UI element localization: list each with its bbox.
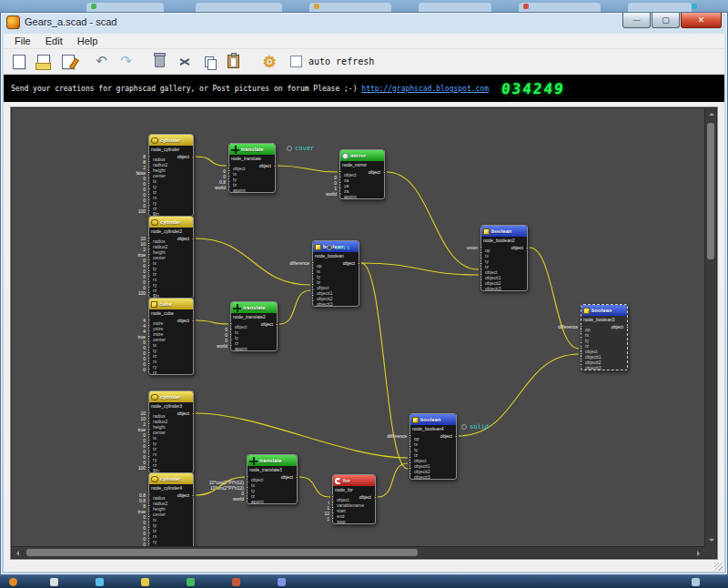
node-translate3[interactable]: translatenode_translate3objectobjecttx10… [247, 454, 298, 504]
input-port[interactable] [147, 193, 150, 196]
input-port[interactable] [409, 434, 411, 437]
input-port[interactable] [409, 440, 411, 442]
node-header[interactable]: cylinder [149, 217, 193, 228]
input-port[interactable] [580, 352, 582, 355]
input-port[interactable] [246, 481, 248, 483]
output-port[interactable]: object [177, 236, 189, 241]
node-mirror1[interactable]: mirrornode_mirrorobjectobjectxa0ya0za1ap… [339, 149, 385, 199]
input-port[interactable] [311, 261, 314, 264]
auto-refresh-checkbox[interactable] [290, 56, 302, 67]
input-port[interactable] [246, 497, 248, 500]
input-port[interactable] [228, 180, 230, 183]
node-cylinder1[interactable]: cylindernode_cylinderobjectradius8radius… [148, 134, 194, 217]
input-port[interactable] [147, 155, 150, 157]
input-port[interactable] [409, 472, 411, 475]
input-port[interactable] [339, 192, 341, 195]
node-for1[interactable]: fornode_forobjectobjectvariablenametstar… [332, 474, 376, 524]
input-port[interactable] [147, 188, 150, 190]
output-port[interactable]: object [359, 494, 371, 500]
scroll-right-arrow[interactable] [693, 547, 704, 559]
input-port[interactable] [339, 187, 341, 189]
node-header[interactable]: boolean [410, 414, 456, 425]
output-port[interactable]: object [511, 245, 523, 250]
input-port[interactable] [409, 451, 411, 453]
port-value[interactable]: 0 [143, 367, 146, 372]
paste-button[interactable] [222, 51, 245, 73]
input-port[interactable] [147, 171, 150, 174]
vertical-scrollbar[interactable] [704, 108, 716, 546]
input-port[interactable] [480, 257, 482, 259]
node-boolean3[interactable]: booleannode_boolean3objectopdifferencetx… [581, 304, 628, 370]
port-value[interactable]: 0 [143, 542, 146, 546]
input-port[interactable] [311, 283, 314, 286]
port-value[interactable]: 10*sin(2*PI*t/12) [210, 485, 244, 491]
save-file-button[interactable] [56, 51, 79, 73]
input-port[interactable] [147, 198, 150, 201]
input-port[interactable] [147, 204, 150, 207]
node-header[interactable]: mirror [340, 150, 384, 161]
input-port[interactable] [228, 186, 230, 188]
input-port[interactable] [580, 341, 582, 344]
node-header[interactable]: boolean [581, 305, 627, 316]
input-port[interactable] [229, 333, 232, 336]
input-port[interactable] [147, 433, 150, 436]
graph-label[interactable]: solid [461, 423, 489, 431]
port-value[interactable]: 100 [138, 290, 146, 296]
input-port[interactable] [147, 166, 150, 168]
input-port[interactable] [147, 269, 150, 272]
input-port[interactable] [147, 346, 150, 349]
input-port[interactable] [147, 450, 150, 452]
output-port[interactable]: object [343, 260, 355, 266]
node-header[interactable]: translate [229, 144, 275, 155]
input-port[interactable] [339, 181, 341, 184]
input-port[interactable] [580, 325, 582, 328]
graph-label[interactable]: axis [327, 244, 350, 251]
menu-file[interactable]: File [7, 35, 38, 47]
input-port[interactable] [480, 246, 482, 248]
open-file-button[interactable] [32, 51, 55, 73]
node-header[interactable]: translate [248, 455, 297, 466]
output-port[interactable]: object [261, 321, 273, 327]
node-header[interactable]: cube [149, 299, 193, 309]
input-port[interactable] [229, 322, 232, 325]
input-port[interactable] [480, 279, 482, 281]
input-port[interactable] [147, 444, 150, 447]
input-port[interactable] [147, 324, 150, 327]
port-value[interactable]: world [215, 185, 226, 190]
input-port[interactable] [480, 284, 482, 287]
node-boolean4[interactable]: booleannode_boolean4objectopdifferencetx… [410, 413, 457, 480]
input-port[interactable] [480, 273, 482, 276]
input-port[interactable] [409, 467, 411, 470]
delete-button[interactable] [148, 51, 171, 73]
scroll-down-arrow[interactable] [705, 534, 717, 546]
port-value[interactable]: 100 [138, 465, 146, 471]
input-port[interactable] [580, 336, 582, 339]
node-header[interactable]: for [333, 475, 375, 486]
input-port[interactable] [228, 164, 230, 167]
input-port[interactable] [147, 532, 150, 534]
output-port[interactable]: object [440, 433, 452, 439]
redo-button[interactable]: ↷ [115, 51, 137, 73]
input-port[interactable] [339, 170, 341, 173]
input-port[interactable] [311, 267, 314, 269]
input-port[interactable] [147, 362, 150, 365]
input-port[interactable] [147, 182, 150, 185]
node-header[interactable]: boolean [481, 226, 527, 237]
input-port[interactable] [147, 237, 150, 239]
output-port[interactable]: object [281, 474, 293, 480]
maximize-button[interactable] [652, 13, 680, 28]
scroll-left-arrow[interactable] [12, 547, 24, 559]
input-port[interactable] [147, 537, 150, 540]
input-port[interactable] [311, 289, 314, 291]
scroll-up-arrow[interactable] [705, 108, 717, 120]
port-value[interactable]: 1 [327, 516, 329, 522]
input-port[interactable] [228, 169, 230, 172]
node-cylinder3[interactable]: cylindernode_cylinder3objectradius10radi… [148, 390, 194, 473]
input-port[interactable] [480, 268, 482, 270]
input-port[interactable] [331, 517, 334, 520]
undo-button[interactable]: ↶ [90, 51, 113, 73]
resize-grip[interactable] [714, 563, 723, 571]
input-port[interactable] [580, 330, 582, 333]
input-port[interactable] [147, 160, 150, 163]
input-port[interactable] [311, 272, 314, 275]
